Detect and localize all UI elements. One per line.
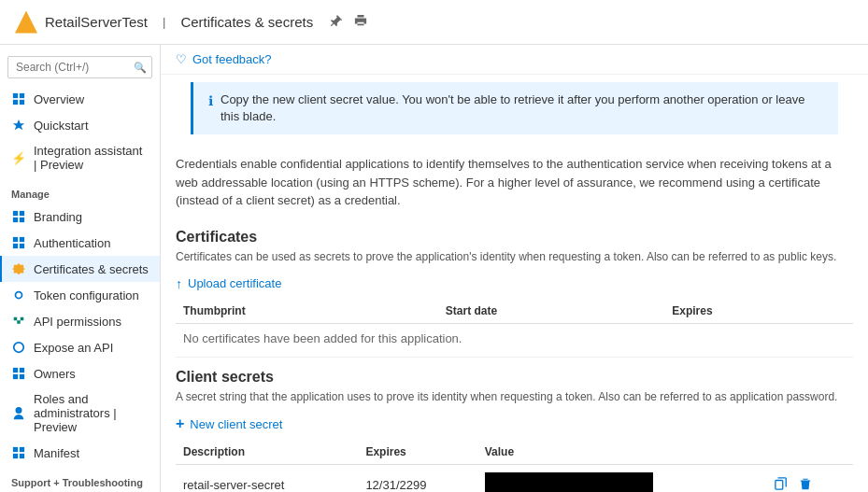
integration-label: Integration assistant | Preview <box>34 144 149 172</box>
svg-rect-9 <box>20 237 24 242</box>
manifest-icon <box>11 445 26 460</box>
manifest-label: Manifest <box>34 446 79 460</box>
client-secrets-desc: A secret string that the application use… <box>176 389 853 405</box>
client-secrets-title: Client secrets <box>176 369 853 386</box>
svg-rect-0 <box>13 93 18 98</box>
upload-label: Upload certificate <box>188 276 281 290</box>
heart-icon: ♡ <box>176 52 187 66</box>
roles-label: Roles and administrators | Preview <box>34 392 149 434</box>
token-label: Token configuration <box>34 288 139 302</box>
client-secrets-table: Description Expires Value retail-server-… <box>176 440 853 492</box>
search-input[interactable] <box>7 56 152 78</box>
sidebar-item-certs[interactable]: Certificates & secrets <box>0 256 160 282</box>
certificates-title: Certificates <box>176 229 853 246</box>
owners-icon <box>11 366 26 381</box>
integration-icon: ⚡ <box>11 150 26 165</box>
api-perms-icon <box>11 314 26 329</box>
svg-rect-14 <box>13 374 18 379</box>
client-secrets-section: Client secrets A secret string that the … <box>161 361 868 409</box>
no-certs-message: No certificates have been added for this… <box>176 323 853 353</box>
upload-icon: ↑ <box>176 276 182 291</box>
col-expires: Expires <box>358 440 477 465</box>
col-description: Description <box>176 440 358 465</box>
svg-rect-3 <box>20 100 24 105</box>
sidebar-item-manifest[interactable]: Manifest <box>0 440 160 466</box>
svg-rect-10 <box>13 244 18 248</box>
support-section-label: Support + Troubleshooting <box>0 466 160 492</box>
feedback-bar[interactable]: ♡ Got feedback? <box>161 45 868 75</box>
authentication-icon <box>11 235 26 250</box>
svg-rect-17 <box>20 447 24 452</box>
svg-rect-16 <box>13 447 18 452</box>
certificates-table-container: Thumbprint Start date Expires No certifi… <box>161 299 868 353</box>
sidebar-item-expose-api[interactable]: Expose an API <box>0 334 160 360</box>
action-icons-group <box>773 475 846 492</box>
new-secret-label: New client secret <box>190 417 282 431</box>
svg-rect-15 <box>20 374 24 379</box>
col-thumbprint: Thumbprint <box>176 299 438 324</box>
page-title: Certificates & secrets <box>180 14 313 30</box>
owners-label: Owners <box>34 367 76 381</box>
secret-actions <box>765 465 853 492</box>
authentication-label: Authentication <box>34 236 110 250</box>
certificates-section: Certificates Certificates can be used as… <box>161 221 868 269</box>
sidebar: 🔍 Overview Quickstart ⚡ Integration assi… <box>0 45 161 492</box>
svg-rect-4 <box>13 211 18 216</box>
client-secrets-table-container: Description Expires Value retail-server-… <box>161 440 868 492</box>
expose-api-icon <box>11 340 26 355</box>
roles-icon <box>11 406 26 421</box>
sidebar-item-roles[interactable]: Roles and administrators | Preview <box>0 387 160 440</box>
expose-api-label: Expose an API <box>34 341 113 355</box>
info-icon: ℹ <box>208 92 213 125</box>
sidebar-item-api-perms[interactable]: API permissions <box>0 308 160 334</box>
quickstart-icon <box>11 118 26 133</box>
sidebar-item-authentication[interactable]: Authentication <box>0 230 160 256</box>
sidebar-item-branding[interactable]: Branding <box>0 204 160 230</box>
section-divider <box>176 357 853 358</box>
print-button[interactable] <box>352 12 369 33</box>
secret-value <box>477 465 765 492</box>
token-icon <box>11 288 26 302</box>
svg-rect-20 <box>776 481 783 490</box>
sidebar-item-overview[interactable]: Overview <box>0 86 160 112</box>
sidebar-item-token[interactable]: Token configuration <box>0 282 160 308</box>
top-header: RetailServerTest | Certificates & secret… <box>0 0 868 45</box>
col-start-date: Start date <box>438 299 664 324</box>
svg-rect-18 <box>13 454 18 458</box>
overview-label: Overview <box>34 92 84 106</box>
svg-rect-12 <box>13 368 18 373</box>
sidebar-item-owners[interactable]: Owners <box>0 360 160 387</box>
svg-rect-1 <box>20 93 24 98</box>
header-separator: | <box>163 15 165 29</box>
secret-description: retail-server-secret <box>176 465 358 492</box>
svg-rect-2 <box>13 100 18 105</box>
info-banner: ℹ Copy the new client secret value. You … <box>191 82 838 134</box>
branding-label: Branding <box>34 210 82 224</box>
sidebar-item-integration[interactable]: ⚡ Integration assistant | Preview <box>0 138 160 177</box>
add-icon: + <box>176 415 184 432</box>
svg-rect-11 <box>20 244 24 248</box>
svg-rect-13 <box>20 368 24 373</box>
credentials-description: Credentials enable confidential applicat… <box>161 146 868 221</box>
svg-rect-6 <box>13 218 18 222</box>
quickstart-label: Quickstart <box>34 119 89 133</box>
main-layout: 🔍 Overview Quickstart ⚡ Integration assi… <box>0 45 868 492</box>
pin-button[interactable] <box>328 12 345 33</box>
new-client-secret-button[interactable]: + New client secret <box>161 408 297 440</box>
copy-secret-button[interactable] <box>773 475 790 492</box>
branding-icon <box>11 209 26 224</box>
col-expires: Expires <box>664 299 853 324</box>
delete-secret-button[interactable] <box>797 475 814 492</box>
certs-icon <box>11 261 26 276</box>
sidebar-item-quickstart[interactable]: Quickstart <box>0 112 160 138</box>
search-container: 🔍 <box>7 56 152 78</box>
search-icon: 🔍 <box>134 62 147 74</box>
feedback-text: Got feedback? <box>192 52 272 66</box>
svg-rect-19 <box>20 454 24 458</box>
info-banner-text: Copy the new client secret value. You wo… <box>221 91 823 125</box>
overview-icon <box>11 91 26 106</box>
svg-rect-8 <box>13 237 18 242</box>
upload-certificate-button[interactable]: ↑ Upload certificate <box>161 269 296 299</box>
secret-expires: 12/31/2299 <box>358 465 477 492</box>
app-icon <box>15 11 37 34</box>
